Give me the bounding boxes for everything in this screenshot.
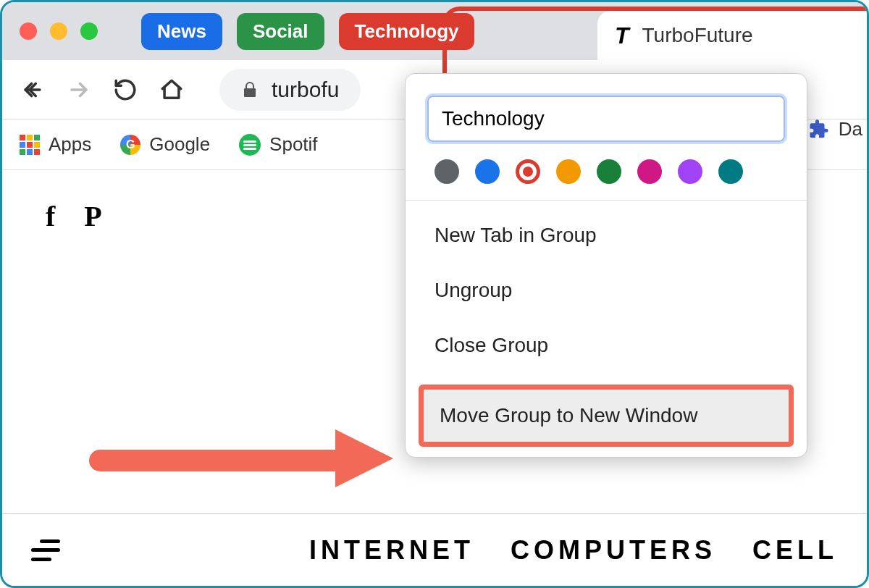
bookmark-spotify[interactable]: Spotif	[239, 133, 318, 156]
annotation-arrow	[89, 434, 400, 477]
bookmarks-apps[interactable]: Apps	[20, 133, 91, 156]
turbofuture-favicon: T	[615, 22, 629, 49]
google-logo-icon	[120, 135, 140, 155]
window-close-button[interactable]	[20, 22, 37, 40]
group-menu-items: New Tab in Group Ungroup Close Group	[406, 201, 807, 380]
tab-group-social[interactable]: Social	[237, 13, 324, 50]
group-color-picker	[406, 155, 807, 200]
color-blue[interactable]	[475, 159, 500, 184]
nav-cell[interactable]: CELL	[752, 535, 838, 566]
bookmark-partial-right[interactable]: Da	[808, 118, 862, 140]
spotify-logo-icon	[239, 134, 261, 156]
color-pink[interactable]	[637, 159, 662, 184]
bookmark-google-label: Google	[149, 133, 210, 156]
page-social-icons: f P	[46, 199, 102, 233]
menu-move-group-highlight: Move Group to New Window	[419, 385, 794, 447]
bookmark-spotify-label: Spotif	[269, 133, 318, 156]
tab-strip: News Social Technology T TurboFuture	[2, 2, 867, 60]
active-tab[interactable]: T TurboFuture	[597, 11, 869, 60]
color-orange[interactable]	[556, 159, 581, 184]
menu-ungroup[interactable]: Ungroup	[406, 263, 807, 318]
back-button[interactable]	[20, 77, 46, 103]
active-tab-title: TurboFuture	[642, 24, 753, 47]
menu-new-tab-in-group[interactable]: New Tab in Group	[406, 208, 807, 263]
bookmark-partial-label: Da	[839, 118, 862, 140]
bookmarks-apps-label: Apps	[49, 133, 91, 156]
browser-window: News Social Technology T TurboFuture tur…	[0, 0, 869, 588]
color-grey[interactable]	[434, 159, 459, 184]
menu-move-group-to-new-window[interactable]: Move Group to New Window	[424, 390, 789, 442]
tab-group-news[interactable]: News	[141, 13, 222, 50]
site-nav-bar: INTERNET COMPUTERS CELL	[2, 513, 867, 586]
reload-button[interactable]	[112, 77, 138, 103]
home-button[interactable]	[159, 77, 185, 103]
bookmark-google[interactable]: Google	[120, 133, 210, 156]
address-bar-text: turbofu	[272, 77, 339, 102]
color-red[interactable]	[516, 159, 540, 184]
tab-group-context-menu: New Tab in Group Ungroup Close Group Mov…	[405, 73, 807, 458]
lock-icon	[241, 81, 259, 98]
facebook-icon[interactable]: f	[46, 199, 55, 233]
address-bar[interactable]: turbofu	[219, 69, 361, 111]
color-green[interactable]	[597, 159, 621, 184]
window-fullscreen-button[interactable]	[80, 22, 98, 40]
active-tab-container: T TurboFuture	[597, 2, 869, 60]
hamburger-menu-button[interactable]	[31, 539, 60, 561]
nav-internet[interactable]: INTERNET	[309, 535, 474, 566]
forward-button[interactable]	[66, 77, 92, 103]
color-purple[interactable]	[678, 159, 702, 184]
apps-grid-icon	[20, 135, 40, 155]
extension-icon	[808, 119, 830, 140]
site-nav-links: INTERNET COMPUTERS CELL	[309, 535, 838, 566]
color-cyan[interactable]	[718, 159, 743, 184]
group-name-input[interactable]	[427, 96, 785, 142]
pinterest-icon[interactable]: P	[84, 199, 101, 233]
window-traffic-lights	[20, 22, 98, 40]
window-minimize-button[interactable]	[50, 22, 67, 40]
tab-group-technology[interactable]: Technology	[339, 13, 475, 50]
menu-close-group[interactable]: Close Group	[406, 318, 807, 373]
nav-computers[interactable]: COMPUTERS	[511, 535, 716, 566]
